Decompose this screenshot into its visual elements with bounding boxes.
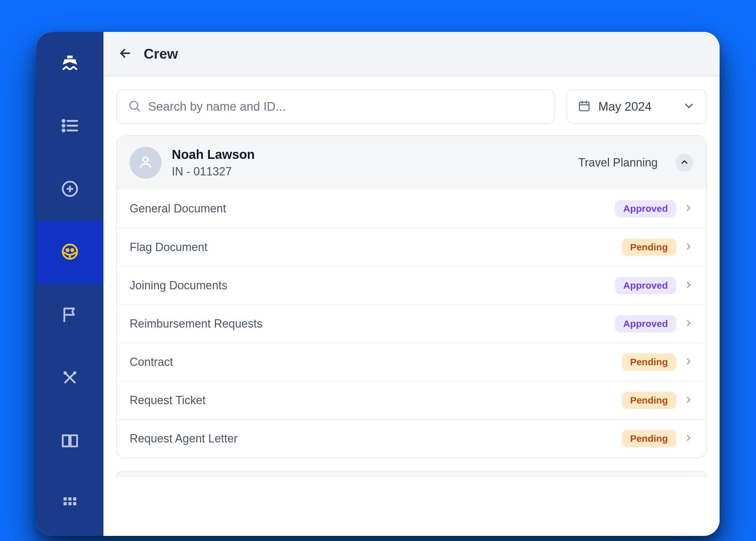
document-label: Flag Document [130, 241, 614, 254]
page-header: Crew [103, 32, 720, 77]
status-badge: Pending [622, 430, 676, 447]
date-filter[interactable]: May 2024 [566, 89, 707, 124]
flag-icon [60, 305, 79, 326]
document-row[interactable]: Flag DocumentPending [117, 228, 706, 266]
svg-point-10 [66, 249, 69, 252]
svg-rect-20 [73, 502, 76, 505]
page-title: Crew [144, 46, 178, 62]
device-frame: Crew May 2024 [36, 32, 720, 536]
sidebar-logo[interactable] [36, 32, 103, 95]
svg-point-28 [143, 157, 148, 162]
chevron-right-icon [684, 395, 693, 406]
document-row[interactable]: Request Agent LetterPending [117, 419, 706, 457]
sidebar-item-docs[interactable] [36, 410, 103, 473]
svg-point-11 [71, 249, 73, 252]
document-label: Request Agent Letter [130, 432, 614, 445]
chevron-right-icon [684, 242, 693, 253]
filter-bar: May 2024 [103, 77, 720, 135]
sidebar [36, 32, 103, 536]
tools-icon [60, 368, 79, 388]
search-icon [128, 99, 141, 114]
svg-point-4 [63, 125, 64, 127]
crew-name: Noah Lawson [172, 147, 568, 162]
status-badge: Pending [622, 239, 676, 256]
crew-identity: Noah Lawson IN - 011327 [172, 147, 568, 178]
document-row[interactable]: General DocumentApproved [117, 190, 706, 228]
collapse-button[interactable] [676, 154, 693, 172]
next-card-peek [116, 471, 707, 477]
calendar-icon [578, 100, 591, 114]
document-label: General Document [130, 202, 607, 215]
sidebar-item-list[interactable] [36, 95, 103, 158]
document-row[interactable]: Reimbursement RequestsApproved [117, 304, 706, 342]
avatar [130, 147, 162, 179]
document-label: Contract [130, 355, 614, 369]
chevron-right-icon [684, 280, 693, 291]
svg-line-23 [137, 108, 139, 111]
chevron-down-icon [683, 100, 695, 114]
grid-icon [60, 494, 79, 515]
ship-icon [59, 52, 81, 75]
svg-rect-24 [579, 102, 589, 111]
book-icon [60, 431, 79, 452]
sidebar-item-flag[interactable] [36, 284, 103, 347]
status-badge: Pending [622, 353, 676, 371]
search-box[interactable] [116, 89, 555, 124]
sidebar-item-crew[interactable] [36, 221, 103, 284]
sidebar-item-add[interactable] [36, 158, 103, 221]
document-label: Reimbursement Requests [130, 317, 607, 330]
svg-rect-19 [68, 502, 72, 505]
svg-point-13 [64, 372, 66, 374]
svg-point-3 [63, 120, 64, 122]
status-badge: Pending [622, 392, 676, 409]
svg-point-5 [63, 130, 64, 132]
chevron-right-icon [684, 357, 693, 367]
document-label: Joining Documents [130, 279, 607, 292]
svg-rect-16 [68, 497, 72, 500]
steering-wheel-icon [60, 242, 79, 263]
svg-rect-17 [73, 497, 76, 500]
chevron-up-icon [680, 157, 689, 168]
search-input[interactable] [148, 100, 543, 114]
status-badge: Approved [615, 315, 676, 332]
crew-section-label: Travel Planning [578, 156, 658, 169]
chevron-right-icon [684, 203, 693, 214]
document-row[interactable]: Request TicketPending [117, 381, 706, 419]
svg-point-14 [74, 372, 76, 374]
document-row[interactable]: Joining DocumentsApproved [117, 266, 706, 304]
sidebar-item-tools[interactable] [36, 347, 103, 410]
date-filter-label: May 2024 [598, 100, 675, 114]
arrow-left-icon [119, 47, 132, 61]
svg-rect-15 [64, 497, 67, 500]
document-row[interactable]: ContractPending [117, 342, 706, 381]
list-icon [60, 116, 79, 137]
main-content: Crew May 2024 [103, 32, 720, 536]
status-badge: Approved [615, 277, 676, 294]
status-badge: Approved [615, 200, 676, 217]
chevron-right-icon [684, 433, 693, 444]
app-background: Crew May 2024 [0, 0, 756, 541]
crew-card-header[interactable]: Noah Lawson IN - 011327 Travel Planning [117, 136, 706, 190]
document-label: Request Ticket [130, 394, 614, 407]
user-icon [138, 155, 153, 171]
plus-circle-icon [60, 179, 79, 200]
document-list: General DocumentApprovedFlag DocumentPen… [117, 190, 706, 457]
crew-id: IN - 011327 [172, 165, 568, 178]
chevron-right-icon [684, 318, 693, 329]
svg-rect-18 [64, 502, 67, 505]
sidebar-item-grid[interactable] [36, 473, 103, 536]
back-button[interactable] [117, 46, 133, 62]
crew-card: Noah Lawson IN - 011327 Travel Planning … [116, 135, 707, 458]
